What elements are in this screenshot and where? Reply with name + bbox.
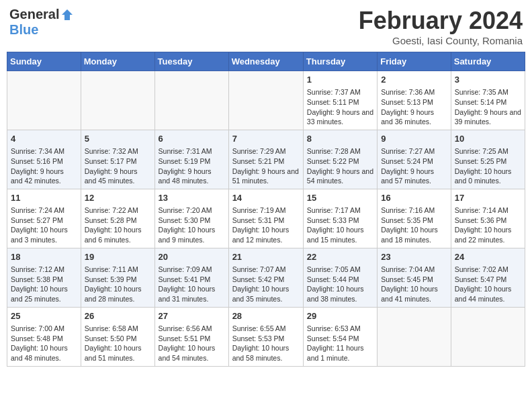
day-number: 22 <box>307 251 373 263</box>
title-section: February 2024 Goesti, Iasi County, Roman… <box>359 7 523 46</box>
calendar-day-cell: 18Sunrise: 7:12 AM Sunset: 5:38 PM Dayli… <box>7 248 81 307</box>
calendar-day-cell: 23Sunrise: 7:04 AM Sunset: 5:45 PM Dayli… <box>378 248 451 307</box>
day-info: Sunrise: 7:00 AM Sunset: 5:48 PM Dayligh… <box>11 324 77 363</box>
day-of-week-header: Tuesday <box>154 52 228 71</box>
day-number: 17 <box>455 192 521 204</box>
calendar-day-cell: 8Sunrise: 7:28 AM Sunset: 5:22 PM Daylig… <box>303 130 377 189</box>
day-info: Sunrise: 7:31 AM Sunset: 5:19 PM Dayligh… <box>159 146 225 186</box>
day-info: Sunrise: 7:27 AM Sunset: 5:24 PM Dayligh… <box>381 146 447 186</box>
day-number: 18 <box>11 251 77 263</box>
logo-icon <box>60 8 74 21</box>
day-info: Sunrise: 7:29 AM Sunset: 5:21 PM Dayligh… <box>232 146 300 186</box>
day-number: 27 <box>159 310 225 322</box>
day-info: Sunrise: 7:17 AM Sunset: 5:33 PM Dayligh… <box>307 205 373 245</box>
day-info: Sunrise: 7:11 AM Sunset: 5:39 PM Dayligh… <box>85 265 151 304</box>
calendar-day-cell: 6Sunrise: 7:31 AM Sunset: 5:19 PM Daylig… <box>154 130 228 189</box>
calendar-week-row: 11Sunrise: 7:24 AM Sunset: 5:27 PM Dayli… <box>7 189 525 248</box>
day-number: 10 <box>455 133 521 145</box>
day-info: Sunrise: 7:19 AM Sunset: 5:31 PM Dayligh… <box>232 205 300 245</box>
day-number: 13 <box>159 192 225 204</box>
calendar-day-cell: 1Sunrise: 7:37 AM Sunset: 5:11 PM Daylig… <box>303 71 377 130</box>
day-of-week-header: Monday <box>81 52 154 71</box>
day-number: 23 <box>381 251 447 263</box>
day-number: 24 <box>455 251 521 263</box>
calendar: SundayMondayTuesdayWednesdayThursdayFrid… <box>7 52 525 367</box>
day-number: 9 <box>381 133 447 145</box>
day-of-week-header: Wednesday <box>228 52 303 71</box>
day-number: 29 <box>307 310 373 322</box>
page-header: General Blue February 2024 Goesti, Iasi … <box>7 7 525 46</box>
day-info: Sunrise: 7:37 AM Sunset: 5:11 PM Dayligh… <box>307 87 373 127</box>
day-number: 20 <box>159 251 225 263</box>
day-number: 3 <box>455 74 521 86</box>
day-info: Sunrise: 6:56 AM Sunset: 5:51 PM Dayligh… <box>159 324 225 363</box>
day-number: 1 <box>307 74 373 86</box>
day-info: Sunrise: 6:55 AM Sunset: 5:53 PM Dayligh… <box>232 324 300 363</box>
calendar-day-cell <box>228 71 303 130</box>
day-info: Sunrise: 7:24 AM Sunset: 5:27 PM Dayligh… <box>11 205 77 245</box>
calendar-day-cell: 4Sunrise: 7:34 AM Sunset: 5:16 PM Daylig… <box>7 130 81 189</box>
day-number: 6 <box>159 133 225 145</box>
day-info: Sunrise: 7:09 AM Sunset: 5:41 PM Dayligh… <box>159 265 225 304</box>
calendar-day-cell: 29Sunrise: 6:53 AM Sunset: 5:54 PM Dayli… <box>303 307 377 366</box>
day-info: Sunrise: 7:28 AM Sunset: 5:22 PM Dayligh… <box>307 146 373 186</box>
calendar-day-cell: 12Sunrise: 7:22 AM Sunset: 5:28 PM Dayli… <box>81 189 154 248</box>
calendar-day-cell: 27Sunrise: 6:56 AM Sunset: 5:51 PM Dayli… <box>154 307 228 366</box>
day-number: 15 <box>307 192 373 204</box>
logo-blue: Blue <box>9 22 38 38</box>
calendar-week-row: 1Sunrise: 7:37 AM Sunset: 5:11 PM Daylig… <box>7 71 525 130</box>
day-number: 8 <box>307 133 373 145</box>
day-number: 19 <box>85 251 151 263</box>
calendar-day-cell: 20Sunrise: 7:09 AM Sunset: 5:41 PM Dayli… <box>154 248 228 307</box>
calendar-day-cell: 21Sunrise: 7:07 AM Sunset: 5:42 PM Dayli… <box>228 248 303 307</box>
calendar-header-row: SundayMondayTuesdayWednesdayThursdayFrid… <box>7 52 525 71</box>
calendar-day-cell: 24Sunrise: 7:02 AM Sunset: 5:47 PM Dayli… <box>451 248 525 307</box>
location: Goesti, Iasi County, Romania <box>359 35 523 46</box>
day-info: Sunrise: 7:36 AM Sunset: 5:13 PM Dayligh… <box>381 87 447 127</box>
day-info: Sunrise: 7:34 AM Sunset: 5:16 PM Dayligh… <box>11 146 77 186</box>
logo: General Blue <box>9 7 74 38</box>
calendar-day-cell <box>7 71 81 130</box>
day-info: Sunrise: 7:25 AM Sunset: 5:25 PM Dayligh… <box>455 146 521 186</box>
day-info: Sunrise: 7:07 AM Sunset: 5:42 PM Dayligh… <box>232 265 300 304</box>
day-number: 7 <box>232 133 300 145</box>
calendar-day-cell: 2Sunrise: 7:36 AM Sunset: 5:13 PM Daylig… <box>378 71 451 130</box>
day-number: 2 <box>381 74 447 86</box>
day-info: Sunrise: 7:14 AM Sunset: 5:36 PM Dayligh… <box>455 205 521 245</box>
calendar-day-cell <box>378 307 451 366</box>
day-number: 16 <box>381 192 447 204</box>
month-title: February 2024 <box>359 7 523 35</box>
day-info: Sunrise: 6:58 AM Sunset: 5:50 PM Dayligh… <box>85 324 151 363</box>
day-info: Sunrise: 7:02 AM Sunset: 5:47 PM Dayligh… <box>455 265 521 304</box>
calendar-day-cell: 17Sunrise: 7:14 AM Sunset: 5:36 PM Dayli… <box>451 189 525 248</box>
day-number: 14 <box>232 192 300 204</box>
calendar-day-cell: 3Sunrise: 7:35 AM Sunset: 5:14 PM Daylig… <box>451 71 525 130</box>
day-number: 28 <box>232 310 300 322</box>
day-number: 5 <box>85 133 151 145</box>
svg-marker-0 <box>62 9 73 20</box>
day-info: Sunrise: 7:22 AM Sunset: 5:28 PM Dayligh… <box>85 205 151 245</box>
calendar-day-cell: 10Sunrise: 7:25 AM Sunset: 5:25 PM Dayli… <box>451 130 525 189</box>
day-of-week-header: Friday <box>378 52 451 71</box>
day-number: 21 <box>232 251 300 263</box>
day-number: 11 <box>11 192 77 204</box>
day-info: Sunrise: 7:35 AM Sunset: 5:14 PM Dayligh… <box>455 87 521 127</box>
calendar-day-cell <box>451 307 525 366</box>
day-of-week-header: Saturday <box>451 52 525 71</box>
calendar-week-row: 25Sunrise: 7:00 AM Sunset: 5:48 PM Dayli… <box>7 307 525 366</box>
day-info: Sunrise: 7:04 AM Sunset: 5:45 PM Dayligh… <box>381 265 447 304</box>
calendar-day-cell: 19Sunrise: 7:11 AM Sunset: 5:39 PM Dayli… <box>81 248 154 307</box>
calendar-day-cell <box>154 71 228 130</box>
calendar-day-cell: 28Sunrise: 6:55 AM Sunset: 5:53 PM Dayli… <box>228 307 303 366</box>
calendar-week-row: 4Sunrise: 7:34 AM Sunset: 5:16 PM Daylig… <box>7 130 525 189</box>
day-info: Sunrise: 7:05 AM Sunset: 5:44 PM Dayligh… <box>307 265 373 304</box>
calendar-day-cell: 14Sunrise: 7:19 AM Sunset: 5:31 PM Dayli… <box>228 189 303 248</box>
calendar-day-cell: 5Sunrise: 7:32 AM Sunset: 5:17 PM Daylig… <box>81 130 154 189</box>
calendar-day-cell: 15Sunrise: 7:17 AM Sunset: 5:33 PM Dayli… <box>303 189 377 248</box>
calendar-day-cell: 16Sunrise: 7:16 AM Sunset: 5:35 PM Dayli… <box>378 189 451 248</box>
day-of-week-header: Thursday <box>303 52 377 71</box>
calendar-day-cell: 9Sunrise: 7:27 AM Sunset: 5:24 PM Daylig… <box>378 130 451 189</box>
day-info: Sunrise: 7:12 AM Sunset: 5:38 PM Dayligh… <box>11 265 77 304</box>
day-info: Sunrise: 7:16 AM Sunset: 5:35 PM Dayligh… <box>381 205 447 245</box>
day-number: 26 <box>85 310 151 322</box>
